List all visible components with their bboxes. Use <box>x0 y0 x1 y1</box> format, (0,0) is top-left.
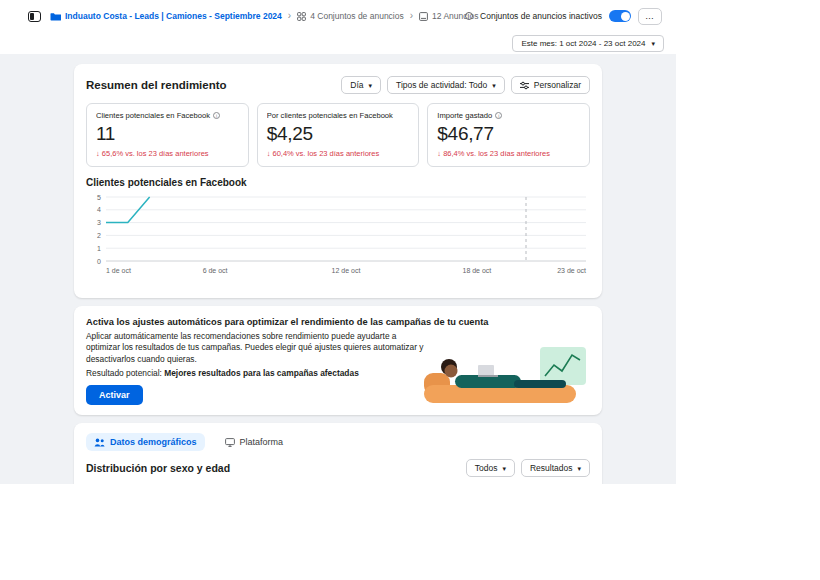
breadcrumb: Induauto Costa - Leads | Camiones - Sept… <box>50 11 456 21</box>
more-options-button[interactable]: … <box>638 8 662 25</box>
inactive-adsets-toggle-label: Conjuntos de anuncios inactivos <box>480 11 602 21</box>
demographics-title: Distribución por sexo y edad <box>86 462 230 474</box>
metric-label: Por clientes potenciales en Facebook <box>267 111 410 120</box>
metric-leads[interactable]: Clientes potenciales en Facebook i 11 ↓ … <box>86 103 249 167</box>
activity-type-label: Tipos de actividad: Todo <box>396 80 487 90</box>
caret-down-icon: ▾ <box>502 465 506 472</box>
activate-button[interactable]: Activar <box>86 385 143 405</box>
tab-label: Datos demográficos <box>110 437 197 447</box>
breadcrumb-adsets-label: 4 Conjuntos de anuncios <box>310 11 404 21</box>
tab-datos-demograficos[interactable]: Datos demográficos <box>86 433 205 451</box>
platform-icon <box>225 438 235 447</box>
customize-button[interactable]: Personalizar <box>511 76 590 94</box>
date-range-label: Este mes: 1 oct 2024 - 23 oct 2024 <box>521 39 645 48</box>
demographics-card: Datos demográficos Plataforma Distribuci… <box>74 423 602 484</box>
summary-header: Resumen del rendimiento Día ▾ Tipos de a… <box>86 76 590 94</box>
svg-text:18 de oct: 18 de oct <box>463 267 492 274</box>
svg-text:5: 5 <box>97 194 101 201</box>
demographics-metric-dropdown[interactable]: Resultados ▾ <box>521 459 590 477</box>
people-icon <box>94 438 105 447</box>
metrics-row: Clientes potenciales en Facebook i 11 ↓ … <box>86 103 590 167</box>
metric-value: 11 <box>96 123 239 145</box>
chevron-right-icon: › <box>288 11 291 21</box>
leads-line-chart: 0123451 de oct6 de oct12 de oct18 de oct… <box>86 191 590 282</box>
metric-cost-per-lead[interactable]: Por clientes potenciales en Facebook $4,… <box>257 103 420 167</box>
sidebar-toggle-fill <box>30 13 34 20</box>
ads-manager-window: Induauto Costa - Leads | Camiones - Sept… <box>0 0 676 484</box>
performance-summary-card: Resumen del rendimiento Día ▾ Tipos de a… <box>74 64 602 298</box>
metric-value: $4,25 <box>267 123 410 145</box>
summary-controls: Día ▾ Tipos de actividad: Todo ▾ <box>341 76 590 94</box>
banner-body: Aplicar automáticamente las recomendacio… <box>86 331 431 365</box>
svg-text:6 de oct: 6 de oct <box>203 267 228 274</box>
ads-icon <box>419 12 428 21</box>
caret-down-icon: ▾ <box>369 82 373 89</box>
date-range-selector[interactable]: Este mes: 1 oct 2024 - 23 oct 2024 ▾ <box>512 35 664 52</box>
caret-down-icon: ▾ <box>651 40 655 47</box>
demographics-header: Distribución por sexo y edad Todos ▾ Res… <box>86 459 590 477</box>
sliders-icon <box>520 81 529 90</box>
metric-change-negative: ↓ 65,6% vs. los 23 días anteriores <box>96 149 239 158</box>
granularity-dropdown[interactable]: Día ▾ <box>341 76 381 94</box>
granularity-label: Día <box>350 80 363 90</box>
metric-value: $46,77 <box>437 123 580 145</box>
topbar-right: Conjuntos de anuncios inactivos … <box>465 8 662 25</box>
tab-plataforma[interactable]: Plataforma <box>217 433 292 451</box>
demographics-filters: Todos ▾ Resultados ▾ <box>466 459 590 477</box>
sidebar-toggle-icon[interactable] <box>28 11 41 22</box>
breadcrumb-adsets[interactable]: 4 Conjuntos de anuncios <box>297 11 404 21</box>
banner-title: Activa los ajustes automáticos para opti… <box>86 317 516 327</box>
svg-text:1: 1 <box>97 245 101 252</box>
metric-amount-spent[interactable]: Importe gastado i $46,77 ↓ 86,4% vs. los… <box>427 103 590 167</box>
svg-text:23 de oct: 23 de oct <box>557 267 586 274</box>
topbar: Induauto Costa - Leads | Camiones - Sept… <box>0 0 676 32</box>
svg-text:3: 3 <box>97 219 101 226</box>
svg-text:2: 2 <box>97 232 101 239</box>
info-icon[interactable]: i <box>213 112 220 119</box>
status-circle-icon <box>465 12 473 20</box>
svg-text:4: 4 <box>97 206 101 213</box>
svg-text:12 de oct: 12 de oct <box>332 267 361 274</box>
inactive-adsets-toggle[interactable] <box>609 10 631 22</box>
info-icon[interactable]: i <box>495 112 502 119</box>
content-area: Resumen del rendimiento Día ▾ Tipos de a… <box>0 54 676 484</box>
tab-label: Plataforma <box>240 437 284 447</box>
chevron-right-icon: › <box>410 11 413 21</box>
activity-type-dropdown[interactable]: Tipos de actividad: Todo ▾ <box>387 76 505 94</box>
adsets-grid-icon <box>297 12 306 21</box>
caret-down-icon: ▾ <box>577 465 581 472</box>
metric-label: Importe gastado i <box>437 111 580 120</box>
breadcrumb-campaign[interactable]: Induauto Costa - Leads | Camiones - Sept… <box>50 11 282 21</box>
metric-change-negative: ↓ 86,4% vs. los 23 días anteriores <box>437 149 580 158</box>
folder-icon <box>50 12 61 21</box>
svg-text:1 de oct: 1 de oct <box>106 267 131 274</box>
svg-text:0: 0 <box>97 258 101 265</box>
breadcrumb-campaign-label: Induauto Costa - Leads | Camiones - Sept… <box>65 11 282 21</box>
metric-change-negative: ↓ 60,4% vs. los 23 días anteriores <box>267 149 410 158</box>
customize-label: Personalizar <box>534 80 581 90</box>
auto-adjustments-banner: Activa los ajustes automáticos para opti… <box>74 306 602 415</box>
caret-down-icon: ▾ <box>492 82 496 89</box>
summary-title: Resumen del rendimiento <box>86 79 227 91</box>
tabs-row: Datos demográficos Plataforma <box>86 433 590 451</box>
date-filter-row: Este mes: 1 oct 2024 - 23 oct 2024 ▾ <box>0 32 676 54</box>
promo-illustration <box>422 345 592 411</box>
metric-label: Clientes potenciales en Facebook i <box>96 111 239 120</box>
demographics-filter-dropdown[interactable]: Todos ▾ <box>466 459 515 477</box>
toggle-knob <box>621 12 630 21</box>
line-chart-title: Clientes potenciales en Facebook <box>86 177 590 188</box>
